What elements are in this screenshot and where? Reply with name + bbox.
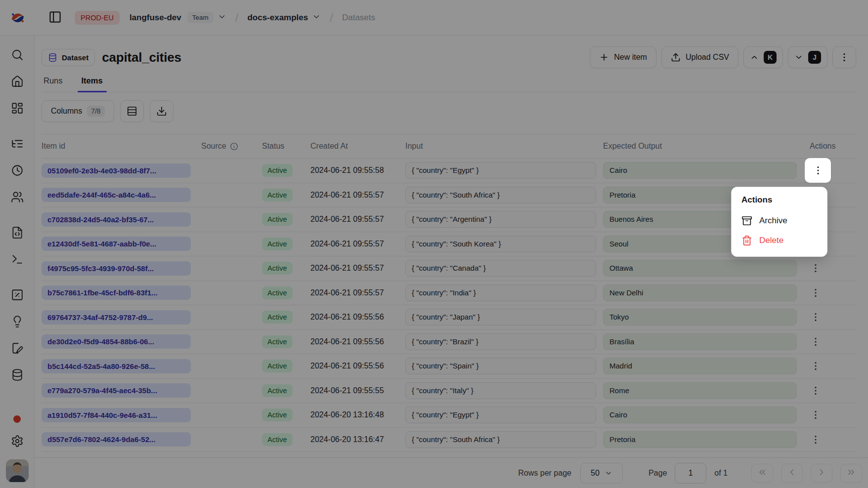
input-cell[interactable]: { "country": "Japan" } xyxy=(405,309,596,325)
expected-output-cell[interactable]: Ottawa xyxy=(603,260,797,277)
input-cell[interactable]: { "country": "South Africa" } xyxy=(405,431,596,448)
row-actions-button[interactable] xyxy=(805,380,826,402)
sidebar-item-playground[interactable] xyxy=(0,246,35,273)
item-id-pill[interactable]: a1910d57-7f84-440c-9e46-a31... xyxy=(42,408,191,422)
row-actions-button[interactable] xyxy=(805,404,826,426)
input-cell[interactable]: { "country": "India" } xyxy=(405,285,596,301)
sidebar-item-prompts[interactable] xyxy=(0,219,35,246)
item-id-pill[interactable]: eed5dafe-244f-465c-a84c-4a6... xyxy=(42,188,191,202)
row-actions-button[interactable] xyxy=(805,331,826,353)
item-id-pill[interactable]: b5c144cd-52a5-4a80-926e-58... xyxy=(42,359,191,373)
table-header-row: Item idSourceStatusCreated AtInputExpect… xyxy=(42,134,856,159)
input-cell[interactable]: { "country": "South Africa" } xyxy=(405,187,596,203)
table-row[interactable]: b5c144cd-52a5-4a80-926e-58... Active 202… xyxy=(42,354,856,379)
project-switcher-button[interactable] xyxy=(312,12,321,23)
project-name[interactable]: docs-examples xyxy=(247,13,308,23)
tab-runs[interactable]: Runs xyxy=(43,76,64,92)
item-id-pill[interactable]: e779a270-579a-4f45-aec4-35b... xyxy=(42,383,191,398)
sidebar-item-tracing[interactable] xyxy=(0,130,35,157)
upload-icon xyxy=(671,52,681,62)
table-row[interactable]: e779a270-579a-4f45-aec4-35b... Active 20… xyxy=(42,379,856,404)
export-button[interactable] xyxy=(150,100,174,122)
sidebar-item-home[interactable] xyxy=(0,68,35,95)
row-actions-menu: Actions ArchiveDelete xyxy=(731,187,827,257)
dataset-items-table: Item idSourceStatusCreated AtInputExpect… xyxy=(42,134,856,452)
chevron-down-icon xyxy=(312,12,321,23)
input-cell[interactable]: { "country": "Italy" } xyxy=(405,382,596,399)
previous-page-button[interactable] xyxy=(781,464,803,483)
sidebar-item-annotation[interactable] xyxy=(0,335,35,362)
expected-output-cell[interactable]: Madrid xyxy=(603,358,797,374)
table-row[interactable]: 05109ef0-2e3b-4e03-98dd-8f7... Active 20… xyxy=(42,159,856,183)
row-actions-button[interactable] xyxy=(805,158,831,183)
item-id-pill[interactable]: de30d2e0-f5d9-4854-88b6-06... xyxy=(42,334,191,349)
row-actions-button[interactable] xyxy=(805,282,826,304)
org-name[interactable]: langfuse-dev xyxy=(130,13,181,23)
sidebar-item-sessions[interactable] xyxy=(0,157,35,184)
item-id-pill[interactable]: f4975c95-5fc3-4939-970d-58f... xyxy=(42,261,191,276)
expected-output-cell[interactable]: Rome xyxy=(603,382,797,399)
input-cell[interactable]: { "country": "Canada" } xyxy=(405,260,596,277)
item-id-pill[interactable]: 05109ef0-2e3b-4e03-98dd-8f7... xyxy=(42,163,191,178)
next-dataset-initial: J xyxy=(808,51,821,64)
item-id-pill[interactable]: 69764737-34af-4752-9787-d9... xyxy=(42,310,191,325)
expected-output-cell[interactable]: Pretoria xyxy=(603,431,797,448)
org-switcher-button[interactable] xyxy=(217,12,226,23)
row-actions-button[interactable] xyxy=(805,429,826,450)
row-height-button[interactable] xyxy=(120,100,144,122)
input-cell[interactable]: { "country": "Egypt" } xyxy=(405,407,596,423)
dataset-more-actions-button[interactable] xyxy=(832,46,856,68)
expected-output-cell[interactable]: Cairo xyxy=(603,407,797,423)
table-row[interactable]: b75c7861-1fbe-45cf-bdf6-83f1... Active 2… xyxy=(42,281,856,306)
page-number-input[interactable] xyxy=(675,463,706,484)
expected-output-cell[interactable]: New Delhi xyxy=(603,285,797,301)
row-actions-button[interactable] xyxy=(805,257,826,279)
expected-output-cell[interactable]: Cairo xyxy=(603,162,797,179)
created-at-cell: 2024-06-21 09:55:56 xyxy=(310,313,405,322)
sidebar-item-dashboard[interactable] xyxy=(0,95,35,122)
sidebar-toggle-button[interactable] xyxy=(48,10,62,25)
column-header-actions: Actions xyxy=(804,142,856,151)
user-avatar[interactable] xyxy=(6,459,29,482)
input-cell[interactable]: { "country": "Spain" } xyxy=(405,358,596,374)
pagination-footer: Rows per page 50 Page of 1 xyxy=(35,457,868,488)
table-row[interactable]: d557e7d6-7802-4624-9da6-52... Active 202… xyxy=(42,428,856,452)
columns-button[interactable]: Columns 7/8 xyxy=(42,100,114,122)
input-cell[interactable]: { "country": "Argentina" } xyxy=(405,211,596,228)
next-page-button[interactable] xyxy=(811,464,832,483)
input-cell[interactable]: { "country": "Egypt" } xyxy=(405,162,596,179)
table-row[interactable]: de30d2e0-f5d9-4854-88b6-06... Active 202… xyxy=(42,330,856,355)
chevron-right-icon xyxy=(817,467,826,479)
sidebar-item-search[interactable] xyxy=(0,41,35,68)
previous-dataset-button[interactable]: K xyxy=(743,46,783,68)
item-id-pill[interactable]: c702838d-24d5-40a2-bf35-67... xyxy=(42,212,191,227)
item-id-pill[interactable]: b75c7861-1fbe-45cf-bdf6-83f1... xyxy=(42,285,191,300)
sidebar-item-evaluation[interactable] xyxy=(0,282,35,308)
menu-item-delete[interactable]: Delete xyxy=(738,231,820,250)
expected-output-cell[interactable]: Tokyo xyxy=(603,309,797,325)
new-item-button[interactable]: New item xyxy=(590,46,656,68)
next-dataset-button[interactable]: J xyxy=(788,46,827,68)
item-id-pill[interactable]: d557e7d6-7802-4624-9da6-52... xyxy=(42,432,191,447)
input-cell[interactable]: { "country": "Brazil" } xyxy=(405,333,596,350)
sidebar-item-lightbulb[interactable] xyxy=(0,308,35,335)
tab-items[interactable]: Items xyxy=(81,76,104,92)
sidebar-item-datasets[interactable] xyxy=(0,362,35,388)
row-actions-button[interactable] xyxy=(805,306,826,328)
tracing-icon xyxy=(11,137,24,150)
row-actions-menu-items: ArchiveDelete xyxy=(738,211,820,250)
item-id-pill[interactable]: e12430df-5e81-4687-aabb-f0e... xyxy=(42,237,191,251)
first-page-button[interactable] xyxy=(751,464,773,483)
last-page-button[interactable] xyxy=(840,464,862,483)
menu-item-archive[interactable]: Archive xyxy=(738,211,820,231)
rows-per-page-select[interactable]: 50 xyxy=(580,463,623,484)
input-cell[interactable]: { "country": "South Korea" } xyxy=(405,236,596,252)
expected-output-cell[interactable]: Brasília xyxy=(603,333,797,350)
sidebar-item-settings[interactable] xyxy=(0,435,35,447)
upload-csv-button[interactable]: Upload CSV xyxy=(661,46,738,68)
sidebar-item-users[interactable] xyxy=(0,184,35,210)
table-row[interactable]: 69764737-34af-4752-9787-d9... Active 202… xyxy=(42,305,856,330)
table-row[interactable]: a1910d57-7f84-440c-9e46-a31... Active 20… xyxy=(42,403,856,428)
row-actions-button[interactable] xyxy=(805,355,826,377)
table-row[interactable]: f4975c95-5fc3-4939-970d-58f... Active 20… xyxy=(42,256,856,281)
